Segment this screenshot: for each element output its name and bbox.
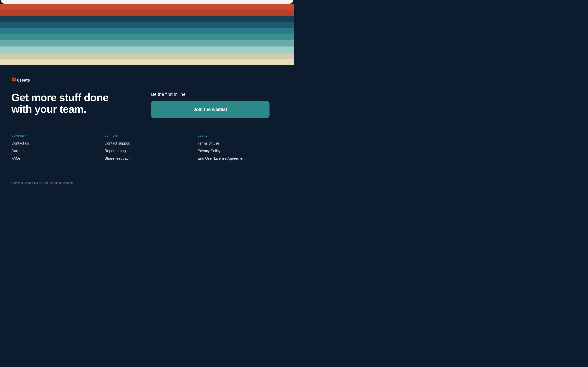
stripe-8: [0, 47, 294, 53]
support-column: SUPPORT Contact support Report a bug Sha…: [104, 134, 190, 164]
cta-label: Be the first in line: [151, 92, 283, 97]
terms-of-use-link[interactable]: Terms of Use: [198, 141, 283, 146]
logo-wrapper: 8seats: [11, 77, 283, 83]
stripe-1: [0, 4, 294, 10]
svg-point-2: [13, 79, 15, 80]
logo-area: 8seats: [11, 77, 283, 83]
footer-bottom: © 8seats Group Pty Ltd 2024. All rights …: [11, 176, 283, 184]
join-waitlist-button[interactable]: Join the waitlist: [151, 101, 269, 118]
report-bug-link[interactable]: Report a bug: [104, 149, 190, 153]
footer: 8seats Get more stuff done with your tea…: [0, 65, 294, 193]
careers-link[interactable]: Careers: [11, 149, 96, 153]
stripe-9: [0, 53, 294, 59]
logo-icon: 8seats: [11, 77, 36, 83]
svg-text:8seats: 8seats: [17, 78, 30, 82]
stripe-3: [0, 16, 294, 22]
eula-link[interactable]: End User License Agreement: [198, 156, 283, 161]
stripe-5: [0, 28, 294, 34]
support-col-title: SUPPORT: [104, 134, 190, 137]
top-white-bar: [1, 0, 293, 4]
footer-top-grid: Get more stuff done with your team. Be t…: [11, 92, 283, 118]
faqs-link[interactable]: FAQs: [11, 156, 96, 161]
share-feedback-link[interactable]: Share feedback: [104, 156, 190, 161]
privacy-policy-link[interactable]: Privacy Policy: [198, 149, 283, 153]
stripe-10: [0, 59, 294, 65]
stripe-2: [0, 10, 294, 16]
headline-line2: with your team.: [11, 103, 86, 115]
stripe-7: [0, 40, 294, 47]
headline: Get more stuff done with your team.: [11, 92, 143, 115]
cta-section: Be the first in line Join the waitlist: [151, 92, 283, 118]
contact-support-link[interactable]: Contact support: [104, 141, 190, 146]
headline-line1: Get more stuff done: [11, 92, 108, 103]
stripe-container: [0, 4, 294, 65]
company-col-title: COMPANY: [11, 134, 96, 137]
legal-col-title: LEGAL: [198, 134, 283, 137]
stripe-4: [0, 22, 294, 28]
footer-links-grid: COMPANY Contact us Careers FAQs SUPPORT …: [11, 130, 283, 164]
stripe-6: [0, 34, 294, 40]
copyright: © 8seats Group Pty Ltd 2024. All rights …: [11, 181, 283, 184]
contact-us-link[interactable]: Contact us: [11, 141, 96, 146]
legal-column: LEGAL Terms of Use Privacy Policy End Us…: [198, 134, 283, 164]
company-column: COMPANY Contact us Careers FAQs: [11, 134, 96, 164]
headline-section: Get more stuff done with your team.: [11, 92, 143, 118]
